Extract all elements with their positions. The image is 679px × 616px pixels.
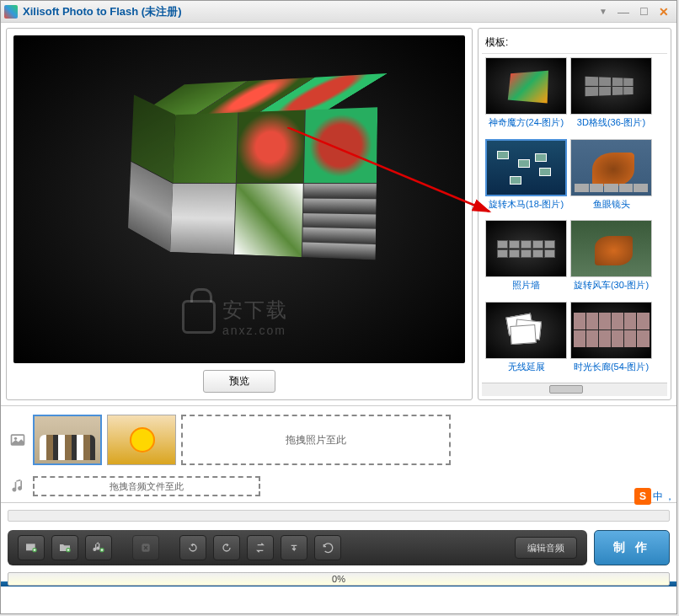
window-title: Xilisoft Photo to Flash (未注册) [23,4,594,19]
audio-track: 拖拽音频文件至此 [8,474,670,499]
template-header: 模板: [482,32,667,54]
template-item-gallery[interactable]: 时光长廊(54-图片) [570,302,652,380]
make-button[interactable]: 制 作 [594,530,670,565]
preview-panel: 安下载 anxz.com 预览 [6,28,473,400]
close-button[interactable]: ✕ [655,4,673,19]
svg-point-2 [14,437,17,440]
template-item-3dgrid[interactable]: 3D格线(36-图片) [570,57,652,136]
edit-audio-button[interactable]: 编辑音频 [515,537,577,559]
add-folder-button[interactable] [51,535,78,560]
add-photo-button[interactable] [18,535,45,560]
template-item-fisheye[interactable]: 鱼眼镜头 [570,139,652,217]
undo-button[interactable] [314,535,341,560]
preview-button[interactable]: 预览 [203,370,275,393]
audio-track-icon [8,476,28,496]
timeline-thumb[interactable] [107,415,176,465]
minimize-button[interactable]: — [614,4,633,19]
timeline-scrollbar[interactable] [8,510,670,522]
timeline-area: 拖拽照片至此 拖拽音频文件至此 [1,405,676,502]
app-icon [4,5,18,19]
maximize-button[interactable]: ☐ [634,4,653,19]
progress-bar: 0% [8,572,670,586]
swap-button[interactable] [247,535,274,560]
template-item-extend[interactable]: 无线延展 [485,302,567,380]
photo-dropzone[interactable]: 拖拽照片至此 [181,415,451,465]
move-down-button[interactable] [281,535,307,560]
dropdown-button[interactable]: ▼ [594,4,612,19]
photo-track: 拖拽照片至此 [8,410,670,470]
rotate-left-button[interactable] [179,535,206,560]
watermark: 安下载 anxz.com [182,297,288,337]
audio-dropzone[interactable]: 拖拽音频文件至此 [33,476,260,496]
template-item-carousel[interactable]: 旋转木马(18-图片) [485,139,567,217]
titlebar: Xilisoft Photo to Flash (未注册) ▼ — ☐ ✕ [1,1,676,23]
timeline-thumb[interactable] [33,415,102,465]
template-hscrollbar[interactable] [482,383,667,396]
rotate-right-button[interactable] [213,535,240,560]
delete-button[interactable] [132,535,159,560]
template-list[interactable]: 神奇魔方(24-图片) 3D格线(36-图片) 旋转木马(18-图片) 鱼眼镜头… [482,54,667,383]
template-panel: 模板: 神奇魔方(24-图片) 3D格线(36-图片) 旋转木马(18-图片) … [478,28,671,400]
template-item-wall[interactable]: 照片墙 [485,220,567,298]
template-item-pinwheel[interactable]: 旋转风车(30-图片) [570,220,652,298]
template-item-cube[interactable]: 神奇魔方(24-图片) [485,57,567,136]
add-audio-button[interactable] [85,535,112,560]
ime-indicator[interactable]: S 中 ， [634,488,675,505]
preview-canvas: 安下载 anxz.com [13,35,465,363]
photo-track-icon [8,430,28,450]
main-toolbar: 编辑音频 [8,530,587,565]
